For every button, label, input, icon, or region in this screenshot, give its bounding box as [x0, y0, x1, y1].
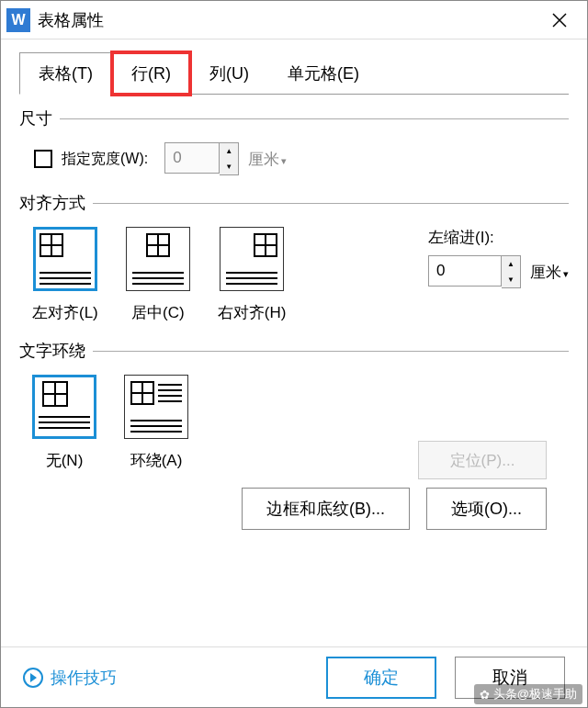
tips-label: 操作技巧 — [51, 667, 117, 689]
align-right-option[interactable] — [220, 227, 284, 291]
play-icon — [23, 668, 43, 688]
wrap-section-title: 文字环绕 — [19, 340, 569, 362]
width-spinner[interactable]: ▲ ▼ — [164, 142, 239, 175]
align-section-title: 对齐方式 — [19, 192, 569, 214]
width-step-up[interactable]: ▲ — [220, 143, 238, 159]
position-button: 定位(P)... — [418, 441, 547, 479]
specify-width-label: 指定宽度(W): — [62, 150, 148, 169]
close-icon — [551, 12, 568, 28]
align-center-option[interactable] — [126, 227, 190, 291]
width-input[interactable] — [164, 142, 220, 174]
wrap-around-label: 环绕(A) — [130, 450, 183, 471]
indent-spinner[interactable]: ▲ ▼ — [428, 255, 521, 288]
titlebar: W 表格属性 — [1, 1, 587, 39]
align-left-label: 左对齐(L) — [32, 302, 98, 323]
wrap-around-icon — [130, 381, 154, 405]
indent-label: 左缩进(I): — [428, 227, 569, 248]
ok-button[interactable]: 确定 — [326, 657, 436, 699]
wrap-none-option[interactable] — [32, 375, 96, 439]
watermark: ✿ 头条@极速手助 — [474, 684, 582, 704]
wrap-none-label: 无(N) — [46, 450, 84, 471]
tab-row[interactable]: 行(R) — [112, 52, 190, 95]
dialog-content: 表格(T) 行(R) 列(U) 单元格(E) 尺寸 指定宽度(W): ▲ ▼ 厘… — [1, 39, 587, 646]
wrap-none-icon — [42, 381, 68, 407]
align-left-option[interactable] — [33, 227, 97, 291]
indent-step-up[interactable]: ▲ — [502, 256, 520, 272]
align-center-icon — [146, 233, 170, 257]
align-right-icon — [254, 233, 277, 257]
tab-column[interactable]: 列(U) — [190, 52, 268, 95]
indent-block: 左缩进(I): ▲ ▼ 厘米▾ — [428, 227, 569, 288]
window-title: 表格属性 — [38, 9, 539, 31]
indent-unit-dropdown[interactable]: 厘米▾ — [530, 262, 569, 283]
width-step-down[interactable]: ▼ — [220, 159, 238, 174]
align-section: 对齐方式 左对齐(L) 居中(C) — [19, 192, 569, 323]
border-shading-button[interactable]: 边框和底纹(B)... — [242, 488, 410, 530]
wrap-section: 文字环绕 无(N) — [19, 340, 569, 471]
app-icon: W — [6, 8, 30, 32]
watermark-icon: ✿ — [480, 688, 490, 702]
align-center-label: 居中(C) — [131, 302, 185, 323]
size-section-title: 尺寸 — [19, 107, 569, 129]
action-buttons: 边框和底纹(B)... 选项(O)... — [19, 488, 569, 530]
tab-table[interactable]: 表格(T) — [19, 52, 112, 95]
align-right-label: 右对齐(H) — [218, 302, 287, 323]
close-button[interactable] — [539, 5, 580, 36]
tab-cell[interactable]: 单元格(E) — [268, 52, 379, 95]
specify-width-checkbox[interactable] — [34, 150, 52, 168]
tips-link[interactable]: 操作技巧 — [23, 667, 117, 689]
indent-input[interactable] — [428, 255, 502, 287]
tab-bar: 表格(T) 行(R) 列(U) 单元格(E) — [19, 52, 569, 95]
dialog-window: W 表格属性 表格(T) 行(R) 列(U) 单元格(E) 尺寸 指定宽度(W)… — [0, 0, 588, 708]
wrap-around-option[interactable] — [124, 375, 188, 439]
align-left-icon — [40, 233, 63, 257]
options-button[interactable]: 选项(O)... — [426, 488, 547, 530]
width-unit-dropdown[interactable]: 厘米▾ — [248, 149, 287, 170]
size-section: 尺寸 指定宽度(W): ▲ ▼ 厘米▾ — [19, 107, 569, 175]
indent-step-down[interactable]: ▼ — [502, 272, 520, 287]
